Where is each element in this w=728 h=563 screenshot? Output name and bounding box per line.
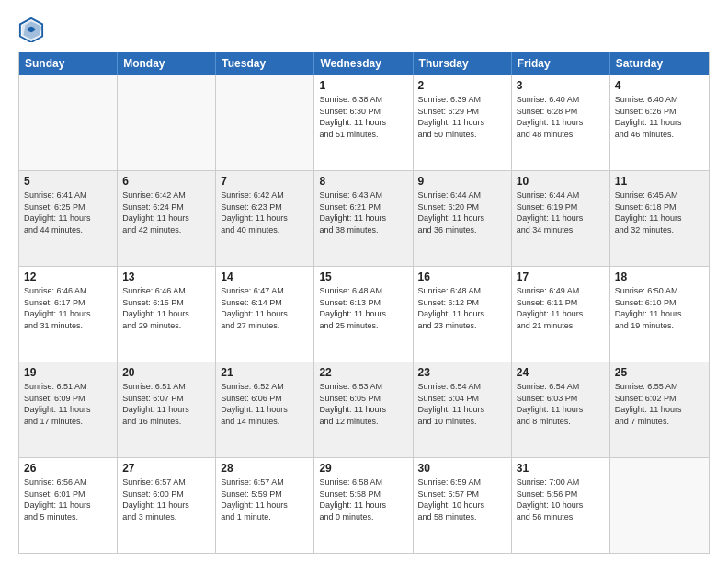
day-number: 27	[122, 462, 210, 475]
cal-cell-4-0: 26Sunrise: 6:56 AMSunset: 6:01 PMDayligh…	[19, 458, 118, 553]
cell-line: Daylight: 11 hours	[319, 308, 407, 320]
day-number: 8	[319, 175, 407, 188]
cell-line: and 14 minutes.	[221, 416, 309, 428]
cell-line: Sunset: 6:13 PM	[319, 297, 407, 309]
cell-line: and 32 minutes.	[615, 224, 704, 236]
cell-line: and 0 minutes.	[319, 511, 407, 523]
cell-line: Sunrise: 6:46 AM	[24, 285, 112, 297]
cell-line: Sunset: 6:17 PM	[24, 297, 112, 309]
cell-line: Daylight: 11 hours	[319, 213, 407, 224]
day-number: 19	[24, 366, 112, 379]
logo-icon	[18, 17, 44, 42]
cell-line: Sunset: 6:09 PM	[24, 393, 112, 405]
cell-line: Daylight: 11 hours	[122, 404, 210, 416]
day-number: 10	[517, 175, 605, 188]
day-number: 21	[221, 366, 309, 379]
day-number: 17	[517, 270, 605, 283]
cell-line: Sunset: 6:01 PM	[24, 488, 112, 500]
cal-cell-1-6: 11Sunrise: 6:45 AMSunset: 6:18 PMDayligh…	[610, 171, 709, 266]
cell-line: and 5 minutes.	[24, 511, 112, 523]
day-number: 9	[418, 175, 506, 188]
cell-line: Daylight: 11 hours	[517, 117, 605, 129]
cell-line: Daylight: 11 hours	[319, 117, 407, 129]
cell-line: Daylight: 11 hours	[615, 117, 704, 129]
cell-line: and 46 minutes.	[615, 129, 704, 141]
day-number: 30	[418, 462, 506, 475]
cell-line: and 10 minutes.	[418, 416, 506, 428]
cell-line: and 17 minutes.	[24, 416, 112, 428]
cell-line: Sunset: 6:12 PM	[418, 297, 506, 309]
day-number: 15	[319, 270, 407, 283]
cell-line: Daylight: 11 hours	[615, 308, 704, 320]
cal-cell-4-3: 29Sunrise: 6:58 AMSunset: 5:58 PMDayligh…	[314, 458, 413, 553]
cal-cell-2-1: 13Sunrise: 6:46 AMSunset: 6:15 PMDayligh…	[118, 267, 216, 362]
cal-cell-3-5: 24Sunrise: 6:54 AMSunset: 6:03 PMDayligh…	[512, 362, 610, 457]
cell-line: Sunrise: 6:44 AM	[418, 190, 506, 201]
cell-line: and 34 minutes.	[517, 224, 605, 236]
cell-line: Sunset: 5:57 PM	[418, 488, 506, 500]
cell-line: Sunrise: 6:38 AM	[319, 94, 407, 106]
cell-line: and 36 minutes.	[418, 224, 506, 236]
day-number: 1	[319, 79, 407, 92]
day-number: 5	[24, 175, 112, 188]
cal-cell-0-2	[216, 75, 314, 170]
cal-cell-3-3: 22Sunrise: 6:53 AMSunset: 6:05 PMDayligh…	[314, 362, 413, 457]
cell-line: and 29 minutes.	[122, 320, 210, 332]
cell-line: and 19 minutes.	[615, 320, 704, 332]
cell-line: Sunrise: 6:51 AM	[24, 381, 112, 393]
cal-cell-2-2: 14Sunrise: 6:47 AMSunset: 6:14 PMDayligh…	[216, 267, 314, 362]
cell-line: Sunrise: 6:46 AM	[122, 285, 210, 297]
cell-line: Sunset: 6:30 PM	[319, 106, 407, 118]
cell-line: and 1 minute.	[221, 511, 309, 523]
cal-cell-3-4: 23Sunrise: 6:54 AMSunset: 6:04 PMDayligh…	[414, 362, 512, 457]
cell-line: Daylight: 11 hours	[24, 308, 112, 320]
day-number: 28	[221, 462, 309, 475]
cell-line: Sunset: 5:59 PM	[221, 488, 309, 500]
cal-cell-2-4: 16Sunrise: 6:48 AMSunset: 6:12 PMDayligh…	[414, 267, 512, 362]
cell-line: Sunset: 5:58 PM	[319, 488, 407, 500]
cell-line: Daylight: 10 hours	[418, 500, 506, 511]
cell-line: and 50 minutes.	[418, 129, 506, 141]
cell-line: Daylight: 11 hours	[221, 404, 309, 416]
cell-line: Sunset: 6:19 PM	[517, 201, 605, 213]
cell-line: Sunrise: 6:51 AM	[122, 381, 210, 393]
cell-line: Sunset: 6:11 PM	[517, 297, 605, 309]
cell-line: Sunrise: 6:57 AM	[221, 477, 309, 488]
cell-line: Sunset: 6:14 PM	[221, 297, 309, 309]
cal-cell-1-3: 8Sunrise: 6:43 AMSunset: 6:21 PMDaylight…	[314, 171, 413, 266]
header-day-wednesday: Wednesday	[314, 52, 413, 75]
cell-line: Sunset: 6:23 PM	[221, 201, 309, 213]
header-day-saturday: Saturday	[610, 52, 709, 75]
cell-line: and 8 minutes.	[517, 416, 605, 428]
cell-line: and 40 minutes.	[221, 224, 309, 236]
cell-line: and 16 minutes.	[122, 416, 210, 428]
cell-line: Sunset: 5:56 PM	[517, 488, 605, 500]
header-day-thursday: Thursday	[414, 52, 512, 75]
cell-line: Daylight: 11 hours	[517, 308, 605, 320]
day-number: 14	[221, 270, 309, 283]
cell-line: Sunset: 6:00 PM	[122, 488, 210, 500]
cell-line: Daylight: 11 hours	[418, 308, 506, 320]
calendar-header: SundayMondayTuesdayWednesdayThursdayFrid…	[19, 52, 709, 75]
cal-cell-2-0: 12Sunrise: 6:46 AMSunset: 6:17 PMDayligh…	[19, 267, 118, 362]
header-day-sunday: Sunday	[19, 52, 118, 75]
cell-line: Daylight: 11 hours	[319, 404, 407, 416]
day-number: 4	[615, 79, 704, 92]
cell-line: Sunrise: 6:56 AM	[24, 477, 112, 488]
cal-cell-0-1	[118, 75, 216, 170]
cal-cell-4-2: 28Sunrise: 6:57 AMSunset: 5:59 PMDayligh…	[216, 458, 314, 553]
day-number: 26	[24, 462, 112, 475]
calendar: SundayMondayTuesdayWednesdayThursdayFrid…	[18, 52, 710, 554]
cell-line: Sunrise: 6:58 AM	[319, 477, 407, 488]
cal-cell-1-1: 6Sunrise: 6:42 AMSunset: 6:24 PMDaylight…	[118, 171, 216, 266]
cell-line: and 44 minutes.	[24, 224, 112, 236]
cell-line: Daylight: 11 hours	[221, 308, 309, 320]
cell-line: Sunrise: 6:52 AM	[221, 381, 309, 393]
cell-line: and 12 minutes.	[319, 416, 407, 428]
cell-line: Sunrise: 6:44 AM	[517, 190, 605, 201]
cell-line: Sunset: 6:25 PM	[24, 201, 112, 213]
cell-line: and 58 minutes.	[418, 511, 506, 523]
calendar-body: 1Sunrise: 6:38 AMSunset: 6:30 PMDaylight…	[19, 75, 709, 553]
cell-line: Daylight: 11 hours	[24, 404, 112, 416]
cal-cell-0-3: 1Sunrise: 6:38 AMSunset: 6:30 PMDaylight…	[314, 75, 413, 170]
